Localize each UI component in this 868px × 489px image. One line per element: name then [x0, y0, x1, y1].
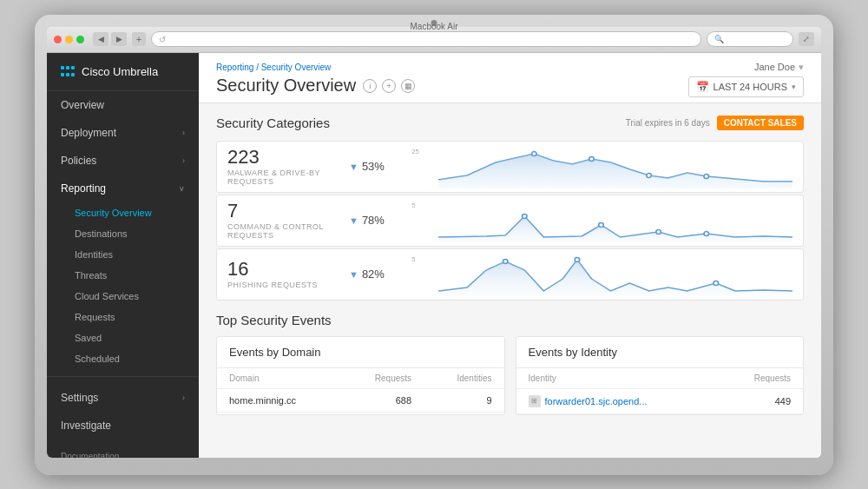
- svg-point-1: [532, 151, 537, 155]
- events-by-domain-table: Domain Requests Identities home.minnig.c…: [217, 368, 504, 413]
- browser-chrome: ◀ ▶ + ↺ 🔍 ⤢ Macbook Air: [47, 27, 821, 53]
- main-content: Reporting / Security Overview Security O…: [199, 53, 821, 458]
- identity-col-header: Identity: [516, 368, 718, 389]
- down-arrow-icon: ▼: [349, 215, 358, 226]
- security-categories-header: Security Categories Trial expires in 6 d…: [216, 116, 804, 130]
- phishing-label: PHISHING REQUESTS: [227, 281, 349, 289]
- requests-col-header: Requests: [341, 368, 424, 389]
- calendar-icon[interactable]: ▦: [401, 79, 415, 93]
- svg-point-3: [647, 173, 652, 177]
- malware-label: MALWARE & DRIVE-BY REQUESTS: [227, 169, 349, 186]
- cc-change: ▼ 78%: [349, 214, 410, 227]
- sidebar-item-scheduled[interactable]: Scheduled: [61, 348, 199, 369]
- add-icon[interactable]: +: [382, 79, 396, 93]
- sidebar-item-security-overview[interactable]: Security Overview: [61, 202, 199, 223]
- events-by-domain-card: Events by Domain Domain Requests Identit…: [216, 336, 505, 415]
- identity-with-icon: ⊞ forwarder01.sjc.opend...: [529, 395, 706, 407]
- security-cards: 223 MALWARE & DRIVE-BY REQUESTS ▼ 53%: [216, 141, 804, 301]
- time-filter-dropdown-icon: ▾: [792, 83, 796, 91]
- title-icons: i + ▦: [363, 79, 415, 93]
- top-security-events: Top Security Events Events by Domain Dom…: [216, 313, 804, 415]
- minimize-button[interactable]: [65, 36, 73, 43]
- page-title: Security Overview i + ▦: [216, 76, 415, 96]
- down-arrow-icon: ▼: [349, 269, 358, 280]
- security-card-cc: 7 COMMAND & CONTROL REQUESTS ▼ 78%: [216, 195, 804, 247]
- footer-documentation[interactable]: Documentation: [61, 448, 185, 458]
- svg-point-4: [704, 174, 709, 178]
- top-events-title: Top Security Events: [216, 313, 804, 327]
- sidebar-item-overview[interactable]: Overview: [47, 91, 199, 119]
- sidebar-footer: Documentation Support Setup Guide: [47, 439, 199, 458]
- events-by-identity-title: Events by Identity: [516, 337, 804, 368]
- identity-type-icon: ⊞: [529, 395, 541, 407]
- sidebar-item-cloud-services[interactable]: Cloud Services: [61, 286, 199, 307]
- trial-notice-text: Trial expires in 6 days: [626, 118, 710, 128]
- search-icon: 🔍: [714, 35, 724, 43]
- breadcrumb-separator: / Security Overview: [256, 63, 331, 72]
- security-card-malware: 223 MALWARE & DRIVE-BY REQUESTS ▼ 53%: [216, 141, 804, 193]
- sidebar-item-destinations[interactable]: Destinations: [61, 223, 199, 244]
- close-button[interactable]: [54, 36, 62, 43]
- identity-cell: ⊞ forwarder01.sjc.opend...: [516, 388, 718, 413]
- svg-point-12: [575, 257, 580, 261]
- sidebar-item-requests[interactable]: Requests: [61, 307, 199, 327]
- sidebar-item-saved[interactable]: Saved: [61, 327, 199, 348]
- svg-point-8: [656, 229, 661, 234]
- domain-link[interactable]: home.minnig.cc: [217, 388, 341, 412]
- chevron-down-icon: ∨: [179, 184, 185, 193]
- events-grid: Events by Domain Domain Requests Identit…: [216, 336, 804, 415]
- resize-button[interactable]: ⤢: [799, 32, 814, 46]
- sidebar-item-identities[interactable]: Identities: [61, 244, 199, 265]
- sidebar-item-reporting[interactable]: Reporting ∨: [47, 175, 199, 202]
- sidebar-sub-menu: Security Overview Destinations Identitie…: [47, 202, 199, 369]
- domain-identities: 9: [424, 388, 503, 412]
- calendar-filter-icon: 📅: [696, 81, 709, 93]
- sidebar-divider: [47, 376, 199, 377]
- browser-nav: ◀ ▶: [93, 32, 127, 46]
- search-bar[interactable]: 🔍: [707, 31, 793, 47]
- phishing-change: ▼ 82%: [349, 268, 410, 281]
- chevron-right-icon: ›: [182, 129, 185, 137]
- cc-label: COMMAND & CONTROL REQUESTS: [227, 222, 349, 240]
- svg-point-2: [589, 156, 595, 161]
- sidebar-item-policies[interactable]: Policies ›: [47, 147, 199, 175]
- chevron-right-icon: ›: [182, 393, 185, 402]
- contact-sales-button[interactable]: CONTACT SALES: [717, 116, 804, 130]
- svg-point-6: [523, 214, 528, 218]
- table-row: home.minnig.cc 688 9: [217, 388, 504, 412]
- cc-count: 7: [227, 202, 349, 221]
- info-icon[interactable]: i: [363, 79, 377, 93]
- laptop-shell: ◀ ▶ + ↺ 🔍 ⤢ Macbook Air: [35, 15, 833, 475]
- svg-point-13: [713, 281, 719, 285]
- sidebar-brand: Cisco Umbrella: [82, 65, 158, 78]
- time-filter-button[interactable]: 📅 LAST 24 HOURS ▾: [688, 76, 804, 97]
- maximize-button[interactable]: [76, 36, 84, 43]
- trial-notice: Trial expires in 6 days CONTACT SALES: [626, 116, 804, 130]
- sidebar-item-threats[interactable]: Threats: [61, 265, 199, 286]
- svg-text:5: 5: [411, 255, 415, 263]
- user-dropdown-icon[interactable]: ▾: [799, 62, 804, 73]
- sidebar-item-settings[interactable]: Settings ›: [47, 384, 199, 412]
- events-by-identity-table: Identity Requests ⊞: [516, 368, 804, 414]
- identity-requests-col-header: Requests: [717, 368, 803, 389]
- phishing-chart: 5: [410, 253, 792, 296]
- breadcrumb: Reporting / Security Overview: [216, 63, 415, 72]
- address-bar[interactable]: ↺: [151, 31, 701, 47]
- security-categories-title: Security Categories: [216, 116, 330, 130]
- laptop-screen: ◀ ▶ + ↺ 🔍 ⤢ Macbook Air: [47, 27, 821, 458]
- breadcrumb-reporting-link[interactable]: Reporting: [216, 63, 253, 72]
- time-filter-label: LAST 24 HOURS: [713, 82, 787, 92]
- sidebar-item-investigate[interactable]: Investigate: [47, 412, 199, 439]
- identity-link[interactable]: forwarder01.sjc.opend...: [545, 396, 648, 406]
- events-by-identity-card: Events by Identity Identity Requests: [516, 336, 805, 415]
- domain-col-header: Domain: [217, 368, 341, 389]
- domain-requests: 688: [341, 388, 424, 412]
- new-tab-button[interactable]: +: [132, 32, 146, 46]
- content-body: Security Categories Trial expires in 6 d…: [199, 103, 821, 427]
- forward-button[interactable]: ▶: [111, 32, 127, 46]
- table-row: ⊞ forwarder01.sjc.opend... 449: [516, 388, 804, 413]
- phishing-count: 16: [227, 260, 349, 279]
- back-button[interactable]: ◀: [93, 32, 108, 46]
- chevron-right-icon: ›: [182, 156, 185, 165]
- sidebar-item-deployment[interactable]: Deployment ›: [47, 119, 199, 147]
